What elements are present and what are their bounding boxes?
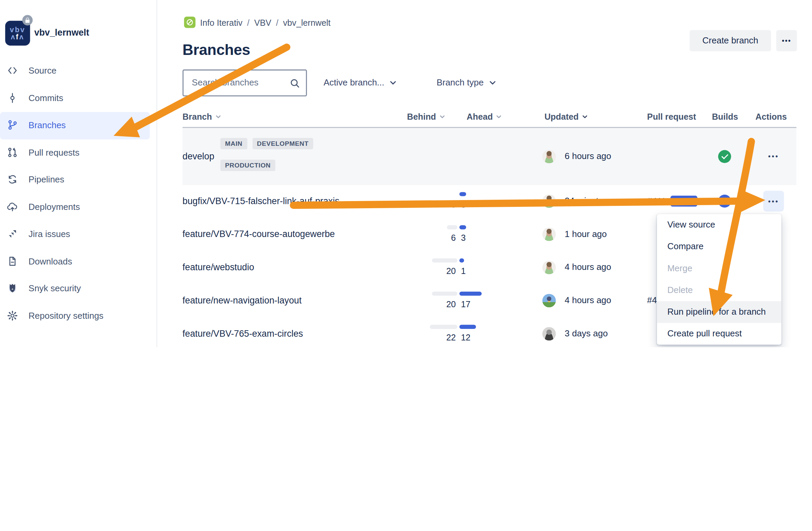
behind-ahead-indicator: 0 3 bbox=[414, 192, 503, 210]
sidebar-item-label: Source bbox=[29, 66, 56, 77]
column-header-builds: Builds bbox=[712, 112, 738, 122]
branch-name[interactable]: bugfix/VBV-715-falscher-link-auf-praxis.… bbox=[183, 196, 347, 207]
branch-actions-context-menu: View sourceCompareMergeDeleteRun pipelin… bbox=[657, 214, 782, 344]
pull-request-icon bbox=[7, 147, 19, 159]
active-branches-filter[interactable]: Active branch... bbox=[320, 73, 400, 93]
avatar[interactable] bbox=[542, 294, 556, 308]
updated-time: 3 days ago bbox=[565, 328, 608, 339]
sidebar-item-commits[interactable]: Commits bbox=[0, 85, 157, 112]
sidebar: vbv ʌfʌ vbv_lernwelt Source Commits Bran… bbox=[0, 0, 157, 347]
search-input[interactable] bbox=[191, 77, 286, 89]
sidebar-nav: Source Commits Branches Pull requests Pi… bbox=[0, 58, 157, 330]
row-actions-button[interactable]: ••• bbox=[763, 146, 784, 167]
pull-request-cell[interactable]: #411OPEN bbox=[647, 196, 698, 207]
sidebar-item-label: Branches bbox=[29, 120, 66, 131]
pr-number[interactable]: #411 bbox=[647, 196, 666, 207]
more-horizontal-icon: ••• bbox=[768, 152, 779, 160]
repo-avatar-line2: ʌfʌ bbox=[11, 33, 25, 40]
pr-status-badge: OPEN bbox=[670, 196, 697, 207]
behind-ahead-indicator: 20 1 bbox=[414, 259, 503, 277]
search-branches-box bbox=[183, 70, 307, 96]
sidebar-item-repository-settings[interactable]: Repository settings bbox=[0, 303, 157, 329]
chevron-down-icon bbox=[489, 80, 496, 86]
sidebar-item-downloads[interactable]: Downloads bbox=[0, 248, 157, 275]
updated-time: 4 hours ago bbox=[565, 263, 611, 273]
downloads-icon bbox=[7, 255, 19, 268]
column-header-branch[interactable]: Branch bbox=[183, 112, 221, 122]
branch-name[interactable]: feature/VBV-765-exam-circles bbox=[183, 328, 303, 339]
build-success-icon[interactable] bbox=[718, 150, 731, 163]
ahead-count: 1 bbox=[461, 266, 466, 276]
search-icon bbox=[290, 78, 300, 88]
breadcrumb-item[interactable]: Info Iterativ bbox=[200, 18, 243, 28]
menu-item-view-source[interactable]: View source bbox=[657, 214, 782, 236]
branch-name[interactable]: feature/VBV-774-course-autogewerbe bbox=[183, 229, 335, 240]
avatar[interactable] bbox=[542, 261, 556, 274]
sidebar-item-source[interactable]: Source bbox=[0, 58, 157, 85]
sidebar-item-label: Pull requests bbox=[29, 147, 79, 158]
branch-name[interactable]: develop bbox=[183, 151, 214, 162]
menu-item-merge: Merge bbox=[657, 258, 782, 279]
sort-chevron-icon bbox=[496, 115, 502, 119]
column-header-updated[interactable]: Updated bbox=[545, 112, 588, 122]
avatar[interactable] bbox=[542, 195, 556, 208]
sort-chevron-icon bbox=[582, 115, 588, 119]
build-in-progress-icon[interactable] bbox=[718, 195, 731, 208]
breadcrumb: Info Iterativ/VBV/vbv_lernwelt bbox=[200, 18, 331, 28]
sidebar-item-pull-requests[interactable]: Pull requests bbox=[0, 139, 157, 166]
project-avatar-icon bbox=[184, 17, 196, 28]
breadcrumb-separator: / bbox=[276, 18, 278, 28]
menu-item-run-pipeline-for-a-branch[interactable]: Run pipeline for a branch bbox=[657, 301, 782, 323]
sidebar-item-label: Snyk security bbox=[29, 284, 81, 294]
pr-number[interactable]: #4 bbox=[647, 295, 657, 306]
avatar[interactable] bbox=[542, 327, 556, 340]
sidebar-item-jira-issues[interactable]: Jira issues bbox=[0, 221, 157, 248]
commit-icon bbox=[7, 92, 19, 105]
pull-request-cell[interactable]: #4 bbox=[647, 295, 657, 306]
bitbucket-branches-page: vbv ʌfʌ vbv_lernwelt Source Commits Bran… bbox=[0, 0, 812, 347]
sidebar-item-pipelines[interactable]: Pipelines bbox=[0, 166, 157, 194]
branch-icon bbox=[7, 119, 19, 132]
avatar[interactable] bbox=[542, 149, 556, 163]
page-more-button[interactable]: ••• bbox=[776, 30, 797, 51]
pipelines-icon bbox=[7, 174, 19, 186]
behind-ahead-indicator: 22 12 bbox=[414, 325, 503, 343]
menu-item-delete: Delete bbox=[657, 279, 782, 301]
ahead-count: 3 bbox=[461, 233, 466, 243]
column-header-behind[interactable]: Behind bbox=[407, 112, 445, 122]
sidebar-item-deployments[interactable]: Deployments bbox=[0, 194, 157, 221]
breadcrumb-item[interactable]: VBV bbox=[254, 18, 271, 28]
sidebar-item-snyk-security[interactable]: Snyk security bbox=[0, 275, 157, 303]
branch-badge: MAIN bbox=[220, 138, 247, 149]
branch-badge: PRODUCTION bbox=[220, 160, 275, 171]
ahead-count: 17 bbox=[461, 299, 470, 309]
behind-count: 20 bbox=[446, 299, 456, 309]
updated-time: 24 minutes ago bbox=[565, 196, 625, 207]
sidebar-item-label: Repository settings bbox=[29, 311, 103, 322]
create-branch-button[interactable]: Create branch bbox=[690, 30, 771, 51]
behind-ahead-indicator: 6 3 bbox=[414, 225, 503, 244]
chevron-down-icon bbox=[389, 80, 396, 86]
snyk-dog-icon bbox=[7, 283, 19, 295]
private-lock-icon bbox=[23, 15, 33, 26]
column-header-ahead[interactable]: Ahead bbox=[467, 112, 502, 122]
menu-item-create-pull-request[interactable]: Create pull request bbox=[657, 323, 782, 344]
branch-name[interactable]: feature/new-navigation-layout bbox=[183, 295, 302, 306]
sidebar-item-branches[interactable]: Branches bbox=[0, 112, 150, 139]
page-title: Branches bbox=[183, 42, 250, 59]
row-actions-button[interactable]: ••• bbox=[763, 191, 784, 211]
repo-avatar-line1: vbv bbox=[10, 26, 26, 33]
updated-time: 6 hours ago bbox=[565, 151, 611, 162]
deployments-icon bbox=[7, 201, 19, 213]
table-row-develop: developMAINDEVELOPMENTPRODUCTION 6 hours… bbox=[183, 128, 796, 185]
column-header-pull-request: Pull request bbox=[647, 112, 696, 122]
breadcrumb-item[interactable]: vbv_lernwelt bbox=[283, 18, 330, 28]
behind-count: 20 bbox=[446, 266, 456, 276]
branch-name[interactable]: feature/webstudio bbox=[183, 262, 254, 273]
repo-name: vbv_lernwelt bbox=[34, 28, 89, 38]
menu-item-compare[interactable]: Compare bbox=[657, 236, 782, 258]
branch-type-filter[interactable]: Branch type bbox=[434, 73, 499, 93]
sidebar-item-label: Deployments bbox=[29, 202, 80, 212]
avatar[interactable] bbox=[542, 228, 556, 241]
sort-chevron-icon bbox=[439, 115, 445, 119]
